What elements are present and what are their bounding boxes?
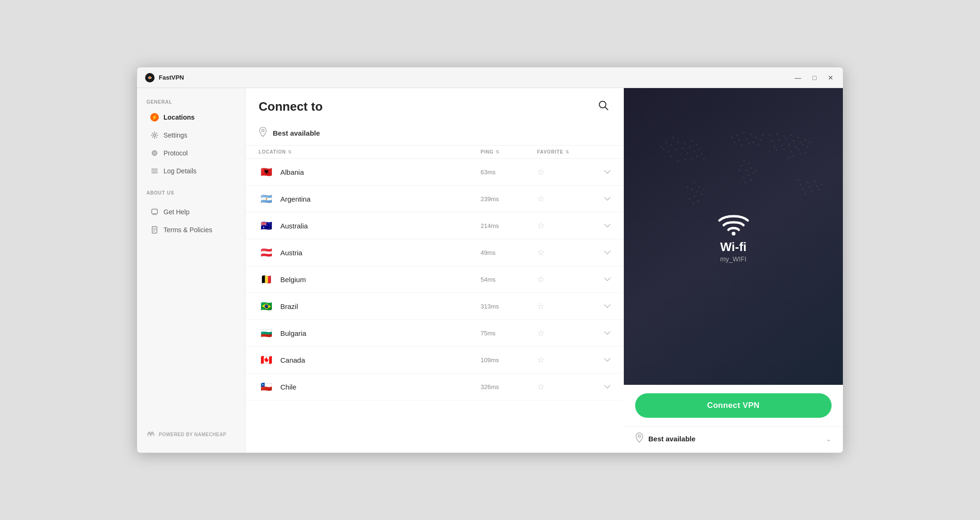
expand-row-icon[interactable] <box>594 170 611 174</box>
country-ping: 239ms <box>481 195 537 203</box>
main-header: Connect to <box>245 88 624 121</box>
connect-btn-area: Connect VPN <box>624 385 843 426</box>
sidebar-item-label-log: Log Details <box>163 167 196 175</box>
table-row[interactable]: 🇦🇹 Austria 49ms ☆ <box>245 239 624 266</box>
svg-point-104 <box>814 180 816 182</box>
country-star: ☆ <box>537 382 594 392</box>
ping-sort-icon[interactable]: ⇅ <box>496 150 500 154</box>
expand-row-icon[interactable] <box>594 224 611 228</box>
get-help-icon <box>150 208 159 216</box>
favorite-star-icon[interactable]: ☆ <box>537 194 545 204</box>
country-name: Australia <box>280 222 481 230</box>
maximize-button[interactable]: □ <box>811 73 818 83</box>
close-button[interactable]: ✕ <box>826 73 835 83</box>
favorite-star-icon[interactable]: ☆ <box>537 167 545 177</box>
minimize-button[interactable]: — <box>793 73 803 83</box>
svg-point-16 <box>684 143 686 145</box>
svg-point-88 <box>788 144 790 146</box>
table-row[interactable]: 🇨🇦 Canada 109ms ☆ <box>245 347 624 374</box>
country-name: Brazil <box>280 302 481 310</box>
expand-row-icon[interactable] <box>594 331 611 335</box>
favorite-star-icon[interactable]: ☆ <box>537 220 545 231</box>
svg-point-71 <box>755 170 757 171</box>
svg-point-103 <box>807 181 808 183</box>
svg-point-74 <box>744 181 746 183</box>
svg-point-37 <box>691 158 693 160</box>
svg-point-75 <box>769 134 771 136</box>
table-row[interactable]: 🇦🇷 Argentina 239ms ☆ <box>245 186 624 212</box>
expand-row-icon[interactable] <box>594 277 611 281</box>
svg-point-113 <box>732 232 735 236</box>
sidebar: GENERAL ⚡ Locations Settings <box>137 88 245 453</box>
sidebar-item-terms[interactable]: Terms & Policies <box>141 221 241 239</box>
favorite-star-icon[interactable]: ☆ <box>537 301 545 311</box>
table-row[interactable]: 🇧🇬 Bulgaria 75ms ☆ <box>245 320 624 347</box>
svg-point-107 <box>816 185 818 187</box>
svg-point-48 <box>686 186 688 188</box>
right-panel: Wi-fi my_WIFI Connect VPN Best available… <box>624 88 843 453</box>
svg-point-51 <box>750 133 752 135</box>
svg-point-80 <box>771 140 773 142</box>
expand-row-icon[interactable] <box>594 304 611 308</box>
svg-point-31 <box>698 148 700 150</box>
location-sort-icon[interactable]: ⇅ <box>288 150 292 154</box>
svg-point-42 <box>701 193 702 195</box>
best-available-row[interactable]: Best available <box>245 121 624 146</box>
expand-row-icon[interactable] <box>594 251 611 254</box>
svg-point-59 <box>760 139 761 141</box>
favorite-sort-icon[interactable]: ⇅ <box>565 150 570 154</box>
svg-point-57 <box>741 144 743 146</box>
sidebar-item-log-details[interactable]: Log Details <box>141 162 241 180</box>
sidebar-item-label-locations: Locations <box>163 114 195 121</box>
country-list: 🇦🇱 Albania 63ms ☆ 🇦🇷 Argentina 239ms ☆ <box>245 159 624 453</box>
table-row[interactable]: 🇦🇱 Albania 63ms ☆ <box>245 159 624 186</box>
expand-row-icon[interactable] <box>594 197 611 201</box>
table-row[interactable]: 🇨🇱 Chile 326ms ☆ <box>245 374 624 400</box>
col-location-header: LOCATION ⇅ <box>259 149 481 154</box>
country-flag: 🇨🇦 <box>259 352 274 367</box>
search-button[interactable] <box>596 98 611 115</box>
country-name: Albania <box>280 168 481 176</box>
favorite-star-icon[interactable]: ☆ <box>537 355 545 365</box>
col-favorite-header: FAVORITE ⇅ <box>537 149 594 154</box>
connect-vpn-button[interactable]: Connect VPN <box>635 393 832 418</box>
location-chevron-icon[interactable]: ⌄ <box>826 435 832 443</box>
svg-point-78 <box>790 134 792 136</box>
svg-point-58 <box>734 141 735 143</box>
svg-point-39 <box>698 186 700 188</box>
country-ping: 109ms <box>481 357 537 364</box>
svg-point-33 <box>703 158 705 160</box>
col-ping-header: PING ⇅ <box>481 149 537 154</box>
location-select-row[interactable]: Best available ⌄ <box>624 426 843 453</box>
svg-point-17 <box>691 140 693 142</box>
expand-row-icon[interactable] <box>594 385 611 389</box>
country-name: Argentina <box>280 195 481 203</box>
expand-row-icon[interactable] <box>594 358 611 362</box>
country-ping: 75ms <box>481 330 537 337</box>
country-star: ☆ <box>537 328 594 338</box>
namecheap-logo-icon <box>147 431 155 438</box>
sidebar-item-locations[interactable]: ⚡ Locations <box>141 108 241 126</box>
table-row[interactable]: 🇦🇺 Australia 214ms ☆ <box>245 212 624 239</box>
svg-point-67 <box>741 165 743 167</box>
sidebar-item-get-help[interactable]: Get Help <box>141 203 241 221</box>
sidebar-item-settings[interactable]: Settings <box>141 126 241 144</box>
country-name: Bulgaria <box>280 329 481 337</box>
svg-point-106 <box>802 188 804 190</box>
svg-point-95 <box>783 148 785 150</box>
svg-point-23 <box>686 152 688 154</box>
table-row[interactable]: 🇧🇪 Belgium 54ms ☆ <box>245 266 624 293</box>
sidebar-item-protocol[interactable]: Protocol <box>141 144 241 162</box>
favorite-star-icon[interactable]: ☆ <box>537 247 545 258</box>
table-row[interactable]: 🇧🇷 Brazil 313ms ☆ <box>245 293 624 320</box>
country-ping: 49ms <box>481 249 537 256</box>
svg-point-114 <box>638 435 641 438</box>
svg-point-73 <box>750 179 752 181</box>
log-details-icon <box>150 167 159 175</box>
svg-point-20 <box>689 146 691 148</box>
favorite-star-icon[interactable]: ☆ <box>537 328 545 338</box>
favorite-star-icon[interactable]: ☆ <box>537 274 545 284</box>
settings-icon <box>150 131 159 139</box>
sidebar-about-label: ABOUT US <box>137 190 245 195</box>
favorite-star-icon[interactable]: ☆ <box>537 382 545 392</box>
